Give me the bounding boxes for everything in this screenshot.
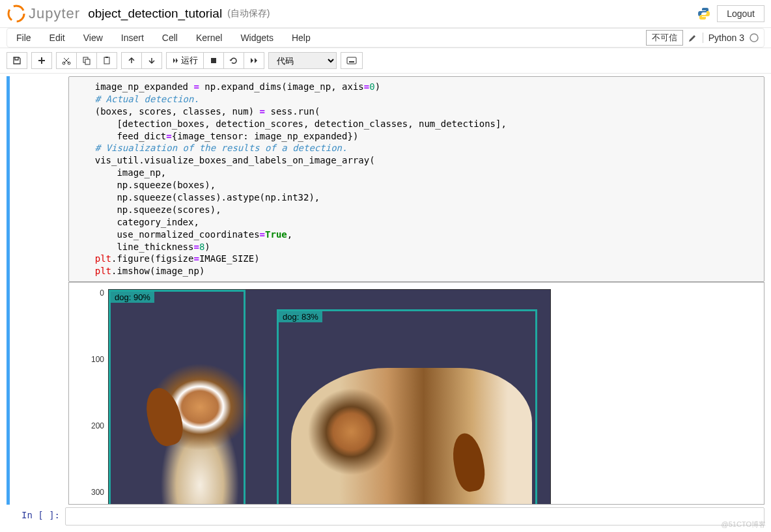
toolbar: 运行 代码	[0, 48, 771, 74]
python-icon	[697, 7, 710, 20]
detection-label: dog: 90%	[111, 292, 154, 303]
autosave-status: (自动保存)	[227, 8, 270, 20]
kernel-name[interactable]: Python 3	[703, 33, 744, 43]
svg-rect-10	[349, 61, 354, 63]
svg-rect-9	[347, 57, 356, 64]
code-input[interactable]: image_np_expanded = np.expand_dims(image…	[68, 76, 764, 282]
menu-edit[interactable]: Edit	[40, 29, 74, 47]
menu-insert[interactable]: Insert	[112, 29, 153, 47]
menu-kernel[interactable]: Kernel	[187, 29, 231, 47]
svg-rect-6	[104, 57, 109, 64]
arrow-down-icon	[147, 56, 156, 65]
menu-file[interactable]: File	[7, 29, 40, 47]
run-button[interactable]: 运行	[166, 52, 204, 69]
arrow-up-icon	[127, 56, 136, 65]
menu-widgets[interactable]: Widgets	[231, 29, 283, 47]
stop-button[interactable]	[204, 52, 224, 69]
plus-icon	[37, 56, 46, 65]
cell-type-select[interactable]: 代码	[268, 52, 337, 69]
code-cell[interactable]: image_np_expanded = np.expand_dims(image…	[7, 76, 764, 505]
plot-image: dog: 90%dog: 83%	[108, 289, 551, 504]
jupyter-icon	[7, 4, 26, 23]
jupyter-logo[interactable]: Jupyter	[7, 4, 80, 23]
copy-icon	[82, 56, 91, 65]
logo-text: Jupyter	[29, 5, 80, 22]
save-button[interactable]	[7, 52, 27, 69]
svg-rect-8	[211, 58, 216, 63]
trust-badge[interactable]: 不可信	[646, 30, 683, 46]
save-icon	[12, 56, 21, 65]
kernel-status-icon	[750, 33, 759, 42]
cut-button[interactable]	[56, 52, 77, 69]
stop-icon	[209, 56, 218, 65]
keyboard-icon	[346, 57, 357, 64]
fast-forward-button[interactable]	[244, 52, 264, 69]
svg-rect-5	[85, 59, 90, 64]
move-down-button[interactable]	[142, 52, 162, 69]
fast-forward-icon	[249, 56, 259, 65]
cut-icon	[62, 56, 71, 65]
notebook-area[interactable]: image_np_expanded = np.expand_dims(image…	[0, 74, 771, 532]
menu-help[interactable]: Help	[283, 29, 320, 47]
edit-icon[interactable]	[688, 33, 697, 42]
matplotlib-plot: 0100200300400 dog: 90%dog: 83%	[69, 283, 764, 504]
paste-button[interactable]	[97, 52, 117, 69]
y-tick: 300	[91, 488, 104, 496]
restart-icon	[229, 56, 238, 65]
notebook-header: Jupyter object_detection_tutorial (自动保存)…	[0, 0, 771, 28]
code-input[interactable]	[65, 507, 764, 525]
detection-box-0: dog: 90%	[109, 290, 245, 504]
cell-prompt: In [ ]:	[7, 507, 65, 525]
detection-label: dog: 83%	[279, 311, 322, 322]
y-tick: 200	[91, 422, 104, 430]
empty-code-cell[interactable]: In [ ]:	[7, 507, 764, 525]
logout-button[interactable]: Logout	[717, 5, 764, 22]
watermark: @51CTO博客	[722, 520, 766, 529]
svg-rect-7	[105, 57, 108, 58]
cell-output[interactable]: 0100200300400 dog: 90%dog: 83%	[68, 282, 764, 505]
command-palette-button[interactable]	[341, 52, 363, 69]
notebook-name[interactable]: object_detection_tutorial	[88, 7, 222, 21]
cell-prompt	[10, 76, 68, 282]
menu-cell[interactable]: Cell	[153, 29, 187, 47]
restart-button[interactable]	[224, 52, 244, 69]
y-tick: 100	[91, 356, 104, 363]
move-up-button[interactable]	[121, 52, 142, 69]
run-icon	[172, 57, 178, 64]
y-axis: 0100200300400	[76, 289, 108, 504]
menu-view[interactable]: View	[74, 29, 112, 47]
svg-point-1	[750, 34, 758, 42]
add-cell-button[interactable]	[31, 52, 52, 69]
detection-box-1: dog: 83%	[277, 309, 537, 504]
copy-button[interactable]	[77, 52, 97, 69]
svg-point-0	[8, 6, 24, 21]
y-tick: 0	[100, 289, 104, 297]
output-prompt	[10, 282, 68, 505]
paste-icon	[102, 56, 111, 65]
menubar: FileEditViewInsertCellKernelWidgetsHelp …	[0, 28, 771, 48]
